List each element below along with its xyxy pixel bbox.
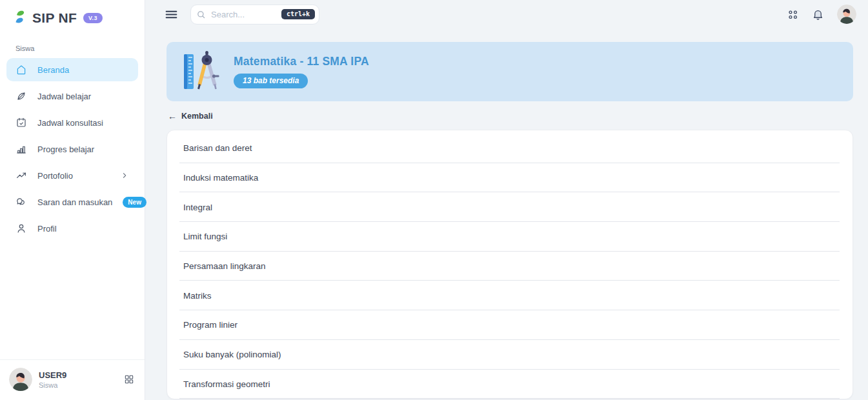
home-icon xyxy=(15,64,27,75)
back-label: Kembali xyxy=(181,112,213,121)
chapter-row[interactable]: Matriks xyxy=(167,281,853,310)
course-header-text: Matematika - 11 SMA IPA 13 bab tersedia xyxy=(234,55,369,88)
app-logo[interactable]: SIP NF V.3 xyxy=(0,0,145,35)
user-name: USER9 xyxy=(39,370,66,380)
sidebar-item-label: Jadwal belajar xyxy=(37,92,91,101)
user-icon xyxy=(15,223,27,234)
sidebar-section-label: Siswa xyxy=(0,35,145,58)
sidebar-item-jadwal-konsultasi[interactable]: Jadwal konsultasi xyxy=(6,111,138,134)
sidebar: SIP NF V.3 Siswa BerandaJadwal belajarJa… xyxy=(0,0,145,400)
search-shortcut-badge: ctrl+k xyxy=(281,9,315,19)
bell-icon xyxy=(812,8,824,21)
sidebar-item-label: Saran dan masukan xyxy=(37,197,112,207)
calendar-check-icon xyxy=(15,117,27,128)
topbar: ctrl+k xyxy=(145,0,868,28)
sidebar-item-saran-dan-masukan[interactable]: Saran dan masukanNew xyxy=(6,190,138,214)
sidebar-toggle-button[interactable] xyxy=(163,6,179,23)
chapter-title: Limit fungsi xyxy=(183,232,227,241)
leaf-icon xyxy=(15,90,27,102)
notifications-button[interactable] xyxy=(812,8,824,21)
main-area: ctrl+k xyxy=(145,0,868,400)
chapter-row[interactable]: Suku banyak (polinomial) xyxy=(167,340,853,370)
user-meta: USER9 Siswa xyxy=(39,370,66,389)
sidebar-nav: BerandaJadwal belajarJadwal konsultasiPr… xyxy=(0,58,145,243)
chevron-right-icon xyxy=(120,171,129,180)
chapter-row[interactable]: Integral xyxy=(167,192,853,222)
logo-leaf-icon xyxy=(14,10,28,26)
sidebar-item-label: Progres belajar xyxy=(37,145,94,154)
chapter-list-card: Barisan dan deretInduksi matematikaInteg… xyxy=(167,130,853,399)
chapter-title: Induksi matematika xyxy=(183,173,258,183)
search-box: ctrl+k xyxy=(190,5,319,25)
sidebar-item-label: Portofolio xyxy=(37,171,73,181)
sidebar-item-profil[interactable]: Profil xyxy=(6,217,138,240)
new-badge: New xyxy=(123,197,146,208)
bar-chart-icon xyxy=(15,143,27,155)
chapter-row[interactable]: Limit fungsi xyxy=(167,222,853,252)
trend-chart-icon xyxy=(15,170,27,181)
sidebar-item-progres-belajar[interactable]: Progres belajar xyxy=(6,137,138,161)
chapter-title: Program linier xyxy=(183,320,237,330)
user-role: Siswa xyxy=(39,381,66,389)
content: Matematika - 11 SMA IPA 13 bab tersedia … xyxy=(145,28,868,399)
chapter-title: Suku banyak (polinomial) xyxy=(183,350,281,359)
apps-menu-button[interactable] xyxy=(787,8,799,21)
chapter-title: Barisan dan deret xyxy=(183,143,252,153)
hamburger-icon xyxy=(165,8,178,21)
course-header-card: Matematika - 11 SMA IPA 13 bab tersedia xyxy=(167,42,853,101)
math-tools-illustration-icon xyxy=(183,51,221,92)
course-title: Matematika - 11 SMA IPA xyxy=(234,55,369,68)
chapter-row[interactable]: Transformasi geometri xyxy=(167,370,853,399)
chapter-row[interactable]: Program linier xyxy=(167,310,853,340)
grid-dots-icon xyxy=(787,8,799,21)
sidebar-item-beranda[interactable]: Beranda xyxy=(6,58,138,81)
chapter-title: Matriks xyxy=(183,291,212,301)
arrow-left-icon: ← xyxy=(168,112,177,121)
chapter-row[interactable]: Induksi matematika xyxy=(167,163,853,193)
sidebar-item-portofolio[interactable]: Portofolio xyxy=(6,164,138,187)
sidebar-item-label: Beranda xyxy=(37,65,69,75)
topbar-right xyxy=(787,5,856,24)
sidebar-user-card[interactable]: USER9 Siswa xyxy=(0,359,145,400)
workspace-grid-icon[interactable] xyxy=(124,374,134,385)
chapter-title: Transformasi geometri xyxy=(183,379,270,389)
sidebar-item-label: Jadwal konsultasi xyxy=(37,118,103,128)
user-avatar xyxy=(9,368,32,391)
profile-avatar-button[interactable] xyxy=(837,5,856,24)
sidebar-item-label: Profil xyxy=(37,224,57,234)
app-root: SIP NF V.3 Siswa BerandaJadwal belajarJa… xyxy=(0,0,868,400)
version-badge: V.3 xyxy=(83,13,103,23)
chapter-title: Persamaan lingkaran xyxy=(183,261,266,271)
chapter-title: Integral xyxy=(183,203,212,212)
back-link[interactable]: ← Kembali xyxy=(168,112,213,121)
chapter-row[interactable]: Persamaan lingkaran xyxy=(167,252,853,281)
chapter-count-badge: 13 bab tersedia xyxy=(234,74,308,88)
sidebar-item-jadwal-belajar[interactable]: Jadwal belajar xyxy=(6,85,138,108)
chat-icon xyxy=(15,196,27,208)
app-name: SIP NF xyxy=(32,10,77,26)
chapter-row[interactable]: Barisan dan deret xyxy=(167,134,853,163)
